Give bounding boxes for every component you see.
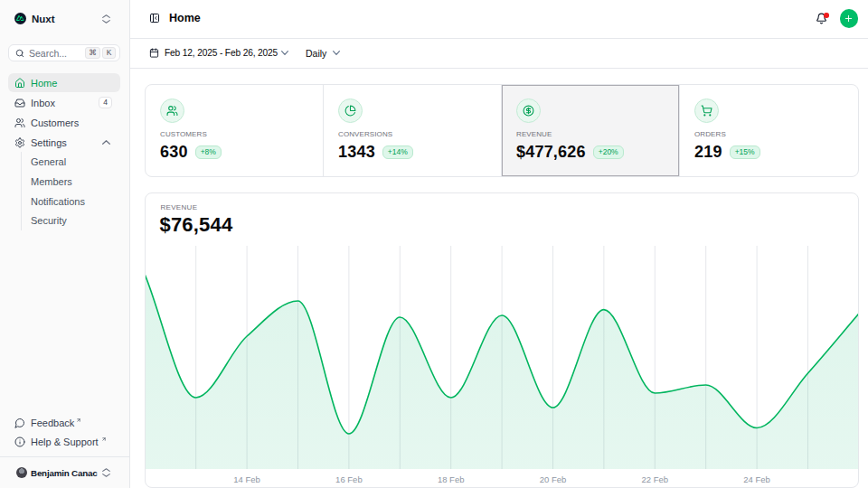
svg-text:24 Feb: 24 Feb (743, 474, 770, 484)
svg-text:14 Feb: 14 Feb (233, 474, 260, 484)
svg-text:22 Feb: 22 Feb (642, 474, 669, 484)
svg-text:20 Feb: 20 Feb (540, 474, 567, 484)
svg-text:18 Feb: 18 Feb (438, 474, 465, 484)
svg-text:16 Feb: 16 Feb (335, 474, 363, 484)
